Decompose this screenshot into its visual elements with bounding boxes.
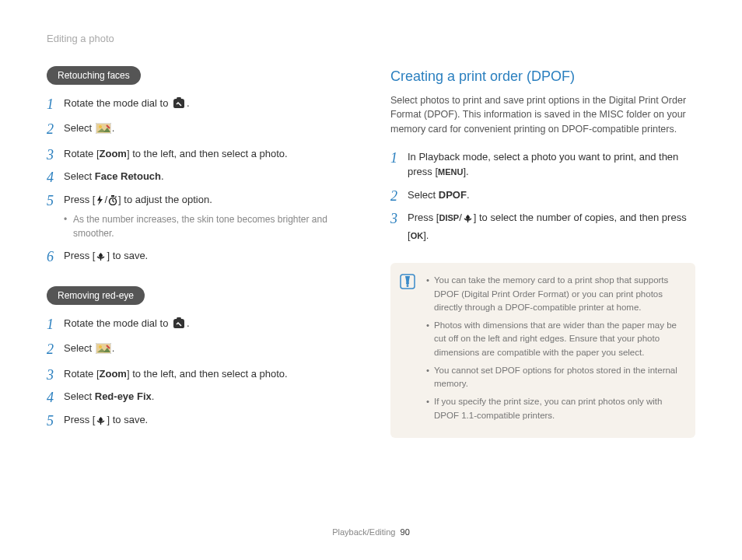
step-text: Select xyxy=(64,122,95,134)
step-text-post: ] to save. xyxy=(107,414,148,425)
pill-removing-red-eye: Removing red-eye xyxy=(47,286,145,305)
step-text: Rotate [ xyxy=(64,148,100,159)
note-box: You can take the memory card to a print … xyxy=(390,263,695,438)
step-bold: Face Retouch xyxy=(95,170,161,182)
step-1: In Playback mode, select a photo you wan… xyxy=(390,149,695,180)
step-sub: As the number increases, the skin tone b… xyxy=(64,212,352,240)
svg-rect-8 xyxy=(111,195,114,197)
step-text: Select xyxy=(64,170,95,182)
right-column: Creating a print order (DPOF) Select pho… xyxy=(390,66,695,450)
macro-icon xyxy=(463,212,473,228)
step-bold: DPOF xyxy=(439,189,467,201)
step-text: Rotate the mode dial to xyxy=(64,97,171,109)
step-text-post: . xyxy=(112,122,115,134)
macro-icon xyxy=(96,415,106,430)
step-1: Rotate the mode dial to . xyxy=(47,96,352,114)
step-text-post: . xyxy=(152,390,155,402)
svg-line-9 xyxy=(115,196,117,198)
step-5: Press [/] to adjust the option. As the n… xyxy=(47,192,352,241)
step-text: Rotate [ xyxy=(64,368,100,380)
step-text-post: ]. xyxy=(463,166,468,177)
menu-button-icon: MENU xyxy=(438,167,463,177)
svg-point-14 xyxy=(99,345,102,348)
step-3: Press [DISP/] to select the number of co… xyxy=(390,210,695,243)
note-list: You can take the memory card to a print … xyxy=(426,274,683,422)
step-1: Rotate the mode dial to . xyxy=(47,316,352,334)
footer-section: Playback/Editing xyxy=(332,527,395,537)
svg-point-3 xyxy=(99,125,102,128)
step-mid: / xyxy=(104,194,107,205)
left-column: Retouching faces Rotate the mode dial to… xyxy=(47,66,352,450)
note-item: Photos with dimensions that are wider th… xyxy=(426,319,683,359)
macro-icon xyxy=(96,250,106,266)
step-6: Press [] to save. xyxy=(47,248,352,266)
svg-marker-4 xyxy=(97,195,103,205)
step-text-post: ] to the left, and then select a photo. xyxy=(127,368,288,380)
section-intro: Select photos to print and save print op… xyxy=(390,93,695,137)
mode-dial-icon xyxy=(172,317,186,334)
content-columns: Retouching faces Rotate the mode dial to… xyxy=(47,66,695,450)
step-text-post: . xyxy=(112,342,115,354)
step-text: Press [ xyxy=(64,250,95,261)
step-text-post: . xyxy=(161,170,164,182)
step-text-post: ] to adjust the option. xyxy=(118,194,212,205)
step-bold: Zoom xyxy=(100,368,127,380)
steps-dpof: In Playback mode, select a photo you wan… xyxy=(390,149,695,243)
step-text: Rotate the mode dial to xyxy=(64,317,171,329)
timer-icon xyxy=(108,194,117,210)
svg-marker-11 xyxy=(177,317,181,319)
step-text-post: . xyxy=(467,189,470,201)
step-5: Press [] to save. xyxy=(47,412,352,430)
steps-retouching: Rotate the mode dial to . Select . Rotat… xyxy=(47,96,352,266)
note-item: You can take the memory card to a print … xyxy=(426,274,683,314)
svg-line-7 xyxy=(113,201,114,202)
page-number: 90 xyxy=(401,527,410,537)
step-2: Select . xyxy=(47,341,352,359)
step-2: Select DPOF. xyxy=(390,187,695,203)
step-text: Select xyxy=(64,390,95,402)
step-3: Rotate [Zoom] to the left, and then sele… xyxy=(47,146,352,162)
step-text: Press [ xyxy=(408,212,439,223)
step-text-post: . xyxy=(187,97,190,109)
page-footer: Playback/Editing 90 xyxy=(0,526,742,539)
page-header: Editing a photo xyxy=(47,31,695,47)
note-item: You cannot set DPOF options for photos s… xyxy=(426,364,683,391)
steps-redeye: Rotate the mode dial to . Select . Rotat… xyxy=(47,316,352,430)
step-text: Press [ xyxy=(64,194,95,205)
ok-button-icon: OK xyxy=(411,231,424,240)
note-item: If you specify the print size, you can p… xyxy=(426,395,683,422)
note-icon xyxy=(400,274,415,293)
step-bold: Red-eye Fix xyxy=(95,390,152,402)
step-bold: Zoom xyxy=(100,148,127,159)
step-text: Press [ xyxy=(64,414,95,425)
step-text-post: ] to the left, and then select a photo. xyxy=(127,148,288,159)
section-title-dpof: Creating a print order (DPOF) xyxy=(390,66,695,87)
step-mid: / xyxy=(459,212,462,223)
photo-edit-icon xyxy=(96,123,111,138)
step-3: Rotate [Zoom] to the left, and then sele… xyxy=(47,366,352,382)
step-text-post: ] to save. xyxy=(107,250,148,261)
step-4: Select Red-eye Fix. xyxy=(47,389,352,404)
step-2: Select . xyxy=(47,121,352,138)
photo-edit-icon xyxy=(96,343,111,359)
flash-icon xyxy=(96,194,103,210)
step-4: Select Face Retouch. xyxy=(47,169,352,184)
step-text-post2: ]. xyxy=(423,229,429,241)
step-text: Select xyxy=(408,189,439,201)
svg-marker-0 xyxy=(177,97,181,99)
step-text: Select xyxy=(64,342,95,354)
disp-button-icon: DISP xyxy=(439,213,459,222)
step-text-post: . xyxy=(187,317,190,329)
mode-dial-icon xyxy=(172,97,186,114)
pill-retouching-faces: Retouching faces xyxy=(47,66,141,85)
